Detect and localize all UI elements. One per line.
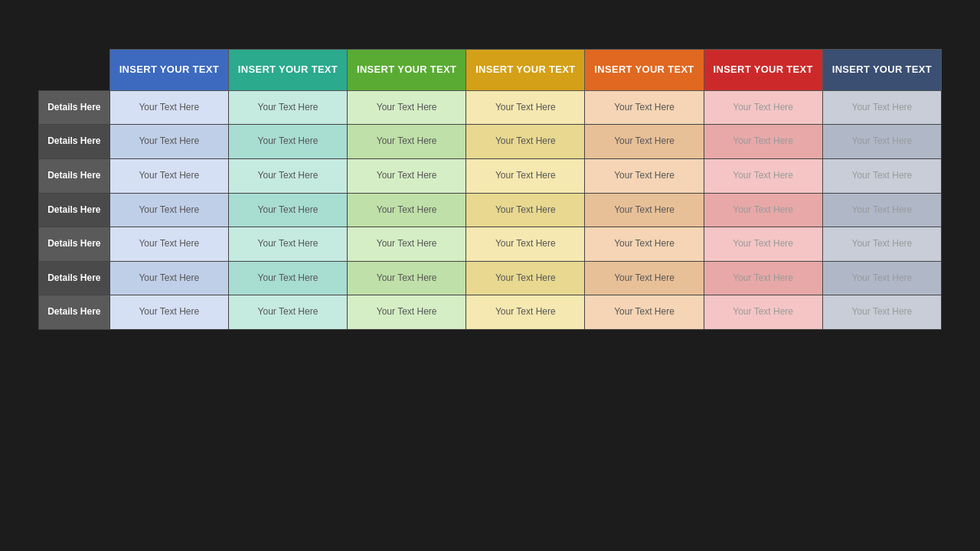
- cell-1-6[interactable]: Your Text Here: [822, 125, 941, 159]
- cell-1-5[interactable]: Your Text Here: [704, 125, 822, 159]
- cell-6-2[interactable]: Your Text Here: [348, 295, 466, 330]
- cell-0-6[interactable]: Your Text Here: [822, 90, 941, 125]
- cell-4-5[interactable]: Your Text Here: [704, 227, 822, 262]
- cell-6-4[interactable]: Your Text Here: [585, 295, 704, 330]
- cell-1-0[interactable]: Your Text Here: [109, 125, 228, 159]
- cell-0-4[interactable]: Your Text Here: [585, 90, 704, 125]
- cell-0-3[interactable]: Your Text Here: [466, 90, 585, 125]
- cell-5-6[interactable]: Your Text Here: [822, 261, 941, 295]
- header-cell-col-teal: INSERT YOUR TEXT: [228, 50, 347, 91]
- table-row: Details HereYour Text HereYour Text Here…: [39, 295, 942, 330]
- cell-3-3[interactable]: Your Text Here: [466, 193, 585, 227]
- cell-3-1[interactable]: Your Text Here: [228, 193, 347, 227]
- cell-5-2[interactable]: Your Text Here: [348, 261, 466, 295]
- table-row: Details HereYour Text HereYour Text Here…: [39, 193, 942, 227]
- row-label-5[interactable]: Details Here: [39, 261, 110, 295]
- cell-6-5[interactable]: Your Text Here: [704, 295, 822, 330]
- table-wrapper: INSERT YOUR TEXTINSERT YOUR TEXTINSERT Y…: [38, 49, 942, 528]
- cell-6-3[interactable]: Your Text Here: [466, 295, 585, 330]
- cell-0-1[interactable]: Your Text Here: [228, 90, 347, 125]
- row-label-0[interactable]: Details Here: [39, 90, 110, 125]
- header-cell-col-red: INSERT YOUR TEXT: [704, 50, 822, 91]
- table-row: Details HereYour Text HereYour Text Here…: [39, 159, 942, 194]
- cell-4-1[interactable]: Your Text Here: [228, 227, 347, 262]
- row-label-4[interactable]: Details Here: [39, 227, 110, 262]
- cell-2-6[interactable]: Your Text Here: [822, 159, 941, 194]
- table-row: Details HereYour Text HereYour Text Here…: [39, 125, 942, 159]
- cell-1-4[interactable]: Your Text Here: [585, 125, 704, 159]
- cell-6-1[interactable]: Your Text Here: [228, 295, 347, 330]
- cell-4-6[interactable]: Your Text Here: [822, 227, 941, 262]
- cell-2-2[interactable]: Your Text Here: [348, 159, 466, 194]
- header-cell-col-blue: INSERT YOUR TEXT: [109, 50, 228, 91]
- cell-3-6[interactable]: Your Text Here: [822, 193, 941, 227]
- cell-1-3[interactable]: Your Text Here: [466, 125, 585, 159]
- cell-0-0[interactable]: Your Text Here: [109, 90, 228, 125]
- cell-2-4[interactable]: Your Text Here: [585, 159, 704, 194]
- cell-5-5[interactable]: Your Text Here: [704, 261, 822, 295]
- cell-4-4[interactable]: Your Text Here: [585, 227, 704, 262]
- slide: INSERT YOUR TEXTINSERT YOUR TEXTINSERT Y…: [0, 0, 980, 551]
- header-cell-col-navy: INSERT YOUR TEXT: [822, 50, 941, 91]
- cell-0-2[interactable]: Your Text Here: [348, 90, 466, 125]
- header-cell-col-yellow: INSERT YOUR TEXT: [466, 50, 585, 91]
- comparison-table: INSERT YOUR TEXTINSERT YOUR TEXTINSERT Y…: [38, 49, 942, 330]
- header-cell-col-orange: INSERT YOUR TEXT: [585, 50, 704, 91]
- table-row: Details HereYour Text HereYour Text Here…: [39, 90, 942, 125]
- cell-1-1[interactable]: Your Text Here: [228, 125, 347, 159]
- cell-2-0[interactable]: Your Text Here: [109, 159, 228, 194]
- table-row: Details HereYour Text HereYour Text Here…: [39, 227, 942, 262]
- table-row: Details HereYour Text HereYour Text Here…: [39, 261, 942, 295]
- cell-4-0[interactable]: Your Text Here: [109, 227, 228, 262]
- cell-5-4[interactable]: Your Text Here: [585, 261, 704, 295]
- cell-2-3[interactable]: Your Text Here: [466, 159, 585, 194]
- cell-5-1[interactable]: Your Text Here: [228, 261, 347, 295]
- cell-2-5[interactable]: Your Text Here: [704, 159, 822, 194]
- cell-3-0[interactable]: Your Text Here: [109, 193, 228, 227]
- row-label-6[interactable]: Details Here: [39, 295, 110, 330]
- cell-1-2[interactable]: Your Text Here: [348, 125, 466, 159]
- cell-4-2[interactable]: Your Text Here: [348, 227, 466, 262]
- row-label-3[interactable]: Details Here: [39, 193, 110, 227]
- row-label-1[interactable]: Details Here: [39, 125, 110, 159]
- cell-0-5[interactable]: Your Text Here: [704, 90, 822, 125]
- cell-3-2[interactable]: Your Text Here: [348, 193, 466, 227]
- row-label-2[interactable]: Details Here: [39, 159, 110, 194]
- cell-2-1[interactable]: Your Text Here: [228, 159, 347, 194]
- header: [38, 31, 942, 34]
- cell-5-0[interactable]: Your Text Here: [109, 261, 228, 295]
- header-empty-cell: [39, 50, 110, 91]
- cell-6-0[interactable]: Your Text Here: [109, 295, 228, 330]
- cell-4-3[interactable]: Your Text Here: [466, 227, 585, 262]
- cell-3-4[interactable]: Your Text Here: [585, 193, 704, 227]
- header-cell-col-green: INSERT YOUR TEXT: [348, 50, 466, 91]
- cell-5-3[interactable]: Your Text Here: [466, 261, 585, 295]
- cell-6-6[interactable]: Your Text Here: [822, 295, 941, 330]
- cell-3-5[interactable]: Your Text Here: [704, 193, 822, 227]
